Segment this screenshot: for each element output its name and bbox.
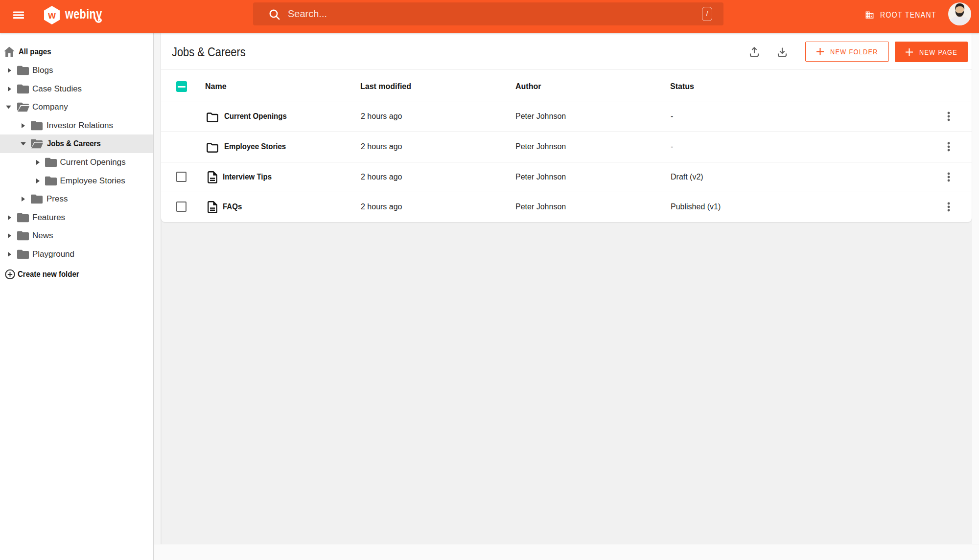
svg-text:w: w	[47, 10, 56, 21]
